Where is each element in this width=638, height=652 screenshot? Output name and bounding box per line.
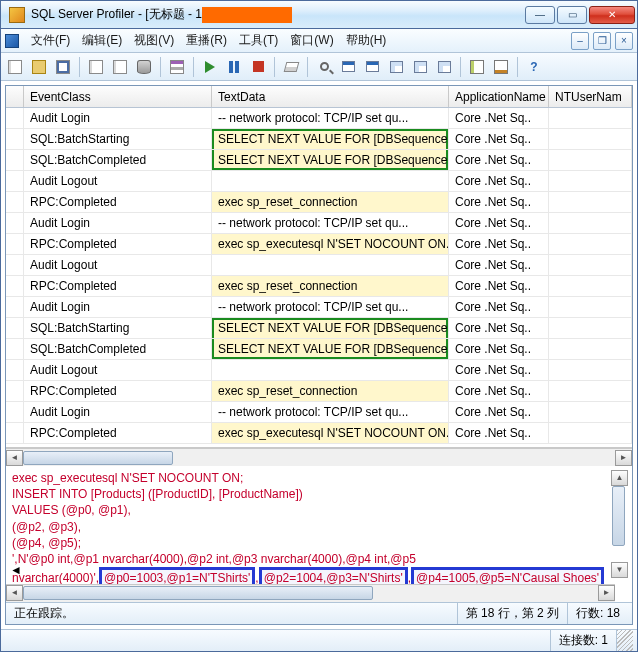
row-header	[6, 381, 24, 401]
cell-ntuser	[549, 129, 632, 149]
bookmark-button[interactable]	[491, 57, 511, 77]
window-2-button[interactable]	[362, 57, 382, 77]
table-row[interactable]: RPC:Completedexec sp_executesql N'SET NO…	[6, 423, 632, 444]
table-row[interactable]: Audit Login-- network protocol: TCP/IP s…	[6, 213, 632, 234]
menu-window[interactable]: 窗口(W)	[284, 32, 339, 49]
scroll-right-button[interactable]: ►	[615, 450, 632, 466]
cell-appname: Core .Net Sq..	[449, 213, 549, 233]
scroll-thumb[interactable]	[23, 586, 373, 600]
scroll-thumb[interactable]	[612, 486, 625, 546]
row-header	[6, 360, 24, 380]
scroll-left-button[interactable]: ◄	[6, 585, 23, 601]
cell-appname: Core .Net Sq..	[449, 318, 549, 338]
scroll-thumb[interactable]	[23, 451, 173, 465]
col-eventclass[interactable]: EventClass	[24, 86, 212, 107]
help-icon: ?	[530, 61, 537, 73]
database-button[interactable]	[134, 57, 154, 77]
pause-icon	[229, 61, 239, 73]
mdi-close-button[interactable]: ×	[615, 32, 633, 50]
table-row[interactable]: Audit LogoutCore .Net Sq..	[6, 171, 632, 192]
grid-header-row: EventClass TextData ApplicationName NTUs…	[6, 86, 632, 108]
detail-vscroll[interactable]: ▲ ▼	[611, 470, 628, 578]
new-trace-button[interactable]	[5, 57, 25, 77]
table-row[interactable]: Audit LogoutCore .Net Sq..	[6, 255, 632, 276]
cell-eventclass: Audit Login	[24, 108, 212, 128]
find-button[interactable]	[314, 57, 334, 77]
table-row[interactable]: Audit LogoutCore .Net Sq..	[6, 360, 632, 381]
row-header	[6, 339, 24, 359]
menu-help[interactable]: 帮助(H)	[340, 32, 393, 49]
toggle-icon	[470, 60, 484, 74]
table-row[interactable]: RPC:Completedexec sp_reset_connectionCor…	[6, 276, 632, 297]
resize-grip[interactable]	[616, 630, 633, 651]
menu-tools[interactable]: 工具(T)	[233, 32, 284, 49]
help-button[interactable]: ?	[524, 57, 544, 77]
scroll-down-button[interactable]: ▼	[611, 562, 628, 578]
scroll-track[interactable]	[611, 486, 628, 562]
close-button[interactable]: ✕	[589, 6, 635, 24]
properties-button[interactable]	[167, 57, 187, 77]
scroll-right-button[interactable]: ►	[598, 585, 615, 601]
col-appname[interactable]: ApplicationName	[449, 86, 549, 107]
cell-appname: Core .Net Sq..	[449, 108, 549, 128]
maximize-button[interactable]: ▭	[557, 6, 587, 24]
grid-3-button[interactable]	[434, 57, 454, 77]
menu-edit[interactable]: 编辑(E)	[76, 32, 128, 49]
table-row[interactable]: SQL:BatchStartingSELECT NEXT VALUE FOR […	[6, 318, 632, 339]
menu-file[interactable]: 文件(F)	[25, 32, 76, 49]
cell-textdata: SELECT NEXT VALUE FOR [DBSequenceHiLo]	[212, 339, 449, 359]
row-header-col[interactable]	[6, 86, 24, 107]
cell-eventclass: SQL:BatchCompleted	[24, 339, 212, 359]
scroll-up-button[interactable]: ▲	[611, 470, 628, 486]
grid-hscroll[interactable]: ◄ ►	[6, 448, 632, 466]
cell-ntuser	[549, 234, 632, 254]
save-button[interactable]	[53, 57, 73, 77]
toggle-button[interactable]	[467, 57, 487, 77]
detail-pane[interactable]: exec sp_executesql N'SET NOCOUNT ON; INS…	[6, 466, 632, 602]
cell-textdata	[212, 171, 449, 191]
window-icon	[366, 61, 379, 72]
open-template-button[interactable]	[110, 57, 130, 77]
grid-1-button[interactable]	[386, 57, 406, 77]
new-template-button[interactable]	[86, 57, 106, 77]
stop-button[interactable]	[248, 57, 268, 77]
open-file-button[interactable]	[29, 57, 49, 77]
scroll-track[interactable]	[23, 585, 598, 601]
clear-button[interactable]	[281, 57, 301, 77]
grid-2-button[interactable]	[410, 57, 430, 77]
cell-eventclass: Audit Login	[24, 402, 212, 422]
titlebar[interactable]: SQL Server Profiler - [无标题 - 1 — ▭ ✕	[1, 1, 637, 29]
mdi-minimize-button[interactable]: –	[571, 32, 589, 50]
cell-ntuser	[549, 423, 632, 443]
eraser-icon	[283, 62, 299, 72]
table-row[interactable]: RPC:Completedexec sp_reset_connectionCor…	[6, 192, 632, 213]
mdi-control-icon[interactable]	[5, 34, 19, 48]
table-row[interactable]: SQL:BatchStartingSELECT NEXT VALUE FOR […	[6, 129, 632, 150]
table-row[interactable]: Audit Login-- network protocol: TCP/IP s…	[6, 402, 632, 423]
table-row[interactable]: RPC:Completedexec sp_executesql N'SET NO…	[6, 234, 632, 255]
table-row[interactable]: SQL:BatchCompletedSELECT NEXT VALUE FOR …	[6, 150, 632, 171]
minimize-button[interactable]: —	[525, 6, 555, 24]
app-statusbar: 连接数: 1	[1, 629, 637, 651]
pause-button[interactable]	[224, 57, 244, 77]
menu-replay[interactable]: 重播(R)	[180, 32, 233, 49]
table-row[interactable]: SQL:BatchCompletedSELECT NEXT VALUE FOR …	[6, 339, 632, 360]
scroll-left-button[interactable]: ◄	[6, 450, 23, 466]
table-row[interactable]: RPC:Completedexec sp_reset_connectionCor…	[6, 381, 632, 402]
scroll-track[interactable]	[23, 450, 615, 466]
cell-textdata: exec sp_executesql N'SET NOCOUNT ON...	[212, 234, 449, 254]
find-icon	[320, 62, 329, 71]
row-header	[6, 255, 24, 275]
col-ntuser[interactable]: NTUserNam	[549, 86, 632, 107]
col-textdata[interactable]: TextData	[212, 86, 449, 107]
window-1-button[interactable]	[338, 57, 358, 77]
mdi-restore-button[interactable]: ❐	[593, 32, 611, 50]
cell-eventclass: RPC:Completed	[24, 234, 212, 254]
grid-body[interactable]: Audit Login-- network protocol: TCP/IP s…	[6, 108, 632, 448]
run-button[interactable]	[200, 57, 220, 77]
menu-view[interactable]: 视图(V)	[128, 32, 180, 49]
detail-line: VALUES (@p0, @p1),	[12, 502, 626, 518]
detail-hscroll[interactable]: ◄ ►	[6, 584, 615, 602]
table-row[interactable]: Audit Login-- network protocol: TCP/IP s…	[6, 297, 632, 318]
table-row[interactable]: Audit Login-- network protocol: TCP/IP s…	[6, 108, 632, 129]
